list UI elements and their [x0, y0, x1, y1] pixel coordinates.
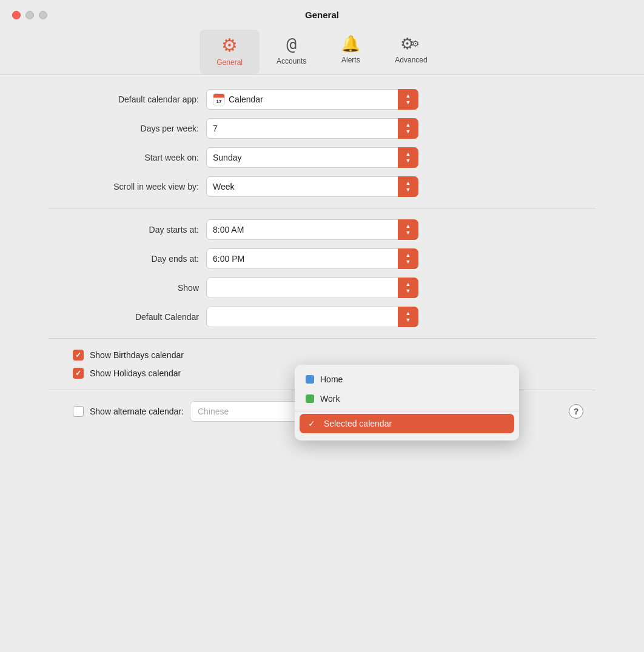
show-calendars-stepper[interactable]: ▲ ▼	[398, 278, 418, 298]
day-ends-value: 6:00 PM	[213, 254, 244, 264]
day-starts-label: Day starts at:	[49, 225, 206, 235]
holidays-checkbox[interactable]: ✓	[73, 368, 84, 379]
default-calendar-app-stepper[interactable]: ▲ ▼	[398, 89, 418, 110]
dropdown-work-label: Work	[320, 394, 340, 404]
dropdown-home-label: Home	[320, 374, 343, 384]
show-label: Show	[49, 283, 206, 293]
default-calendar-app-label: Default calendar app:	[49, 95, 206, 104]
day-starts-value: 8:00 AM	[213, 225, 244, 235]
default-calendar-app-row: Default calendar app: 17 Calendar ▲ ▼	[49, 89, 595, 110]
day-ends-stepper[interactable]: ▲ ▼	[398, 248, 418, 269]
default-calendar-row: Default Calendar ▲ ▼	[49, 307, 595, 327]
tab-advanced-label: Advanced	[395, 56, 427, 64]
scroll-week-view-row: Scroll in week view by: Week ▲ ▼	[49, 176, 595, 197]
dropdown-item-home[interactable]: Home	[295, 370, 519, 389]
general-icon: ⚙	[221, 35, 238, 56]
traffic-lights	[12, 11, 47, 19]
start-week-on-label: Start week on:	[49, 153, 206, 162]
close-button[interactable]	[12, 11, 21, 19]
default-calendar-app-value: Calendar	[229, 95, 263, 104]
start-week-on-select-wrapper: Sunday ▲ ▼	[206, 147, 418, 168]
work-color-dot	[306, 394, 314, 403]
default-calendar-stepper[interactable]: ▲ ▼	[398, 307, 418, 327]
day-starts-select-wrapper: 8:00 AM ▲ ▼	[206, 219, 418, 240]
tab-accounts[interactable]: @ Accounts	[260, 30, 323, 74]
tab-advanced[interactable]: ⚙⚙ Advanced	[378, 30, 444, 74]
calendar-dropdown-popup: Home Work ✓ Selected calendar	[295, 365, 519, 441]
day-ends-label: Day ends at:	[49, 254, 206, 264]
dropdown-divider	[295, 411, 519, 411]
day-ends-select-wrapper: 6:00 PM ▲ ▼	[206, 248, 418, 269]
minimize-button[interactable]	[25, 11, 34, 19]
time-settings-section: Day starts at: 8:00 AM ▲ ▼ Day ends at: …	[49, 219, 595, 327]
general-settings-section: Default calendar app: 17 Calendar ▲ ▼ Da…	[49, 89, 595, 197]
alternate-calendar-checkbox[interactable]	[73, 406, 84, 417]
scroll-week-view-label: Scroll in week view by:	[49, 182, 206, 191]
tab-accounts-label: Accounts	[277, 57, 306, 65]
default-calendar-select-wrapper: ▲ ▼	[206, 307, 418, 327]
default-calendar-label: Default Calendar	[49, 312, 206, 322]
default-calendar-app-select-wrapper: 17 Calendar ▲ ▼	[206, 89, 418, 110]
toolbar: ⚙ General @ Accounts 🔔 Alerts ⚙⚙ Advance…	[0, 25, 644, 75]
alternate-calendar-label: Show alternate calendar:	[90, 407, 184, 416]
days-per-week-value: 7	[213, 124, 218, 133]
show-calendars-select-wrapper: ▲ ▼	[206, 278, 418, 298]
days-per-week-select-wrapper: 7 ▲ ▼	[206, 118, 418, 139]
days-per-week-label: Days per week:	[49, 124, 206, 133]
birthdays-label: Show Birthdays calendar	[90, 350, 184, 360]
help-button[interactable]: ?	[569, 404, 583, 419]
calendar-app-icon: 17	[213, 93, 225, 105]
start-week-on-row: Start week on: Sunday ▲ ▼	[49, 147, 595, 168]
scroll-week-view-stepper[interactable]: ▲ ▼	[398, 176, 418, 197]
selected-calendar-label: Selected calendar	[324, 419, 392, 428]
selected-checkmark: ✓	[308, 419, 315, 428]
day-starts-row: Day starts at: 8:00 AM ▲ ▼	[49, 219, 595, 240]
days-per-week-stepper[interactable]: ▲ ▼	[398, 118, 418, 139]
title-bar: General	[0, 0, 644, 25]
alerts-icon: 🔔	[341, 35, 360, 53]
accounts-icon: @	[286, 35, 297, 55]
tab-general-label: General	[216, 58, 243, 67]
show-calendars-row: Show ▲ ▼	[49, 278, 595, 298]
home-color-dot	[306, 375, 314, 384]
days-per-week-row: Days per week: 7 ▲ ▼	[49, 118, 595, 139]
advanced-icon: ⚙⚙	[400, 35, 422, 53]
birthdays-row: ✓ Show Birthdays calendar	[49, 350, 595, 361]
alternate-calendar-placeholder: Chinese	[198, 407, 229, 416]
start-week-on-stepper[interactable]: ▲ ▼	[398, 147, 418, 168]
tab-general[interactable]: ⚙ General	[200, 30, 260, 74]
scroll-week-view-select-wrapper: Week ▲ ▼	[206, 176, 418, 197]
window-title: General	[305, 10, 339, 20]
holidays-label: Show Holidays calendar	[90, 368, 181, 378]
dropdown-item-work[interactable]: Work	[295, 389, 519, 408]
dropdown-item-selected-calendar[interactable]: ✓ Selected calendar	[300, 414, 514, 433]
tab-alerts-label: Alerts	[341, 56, 360, 64]
birthdays-checkbox[interactable]: ✓	[73, 350, 84, 361]
maximize-button[interactable]	[39, 11, 47, 19]
scroll-week-view-value: Week	[213, 182, 235, 191]
day-starts-stepper[interactable]: ▲ ▼	[398, 219, 418, 240]
day-ends-row: Day ends at: 6:00 PM ▲ ▼	[49, 248, 595, 269]
separator-1	[49, 208, 595, 208]
start-week-on-value: Sunday	[213, 153, 241, 162]
separator-2	[49, 338, 595, 339]
tab-alerts[interactable]: 🔔 Alerts	[323, 30, 378, 74]
